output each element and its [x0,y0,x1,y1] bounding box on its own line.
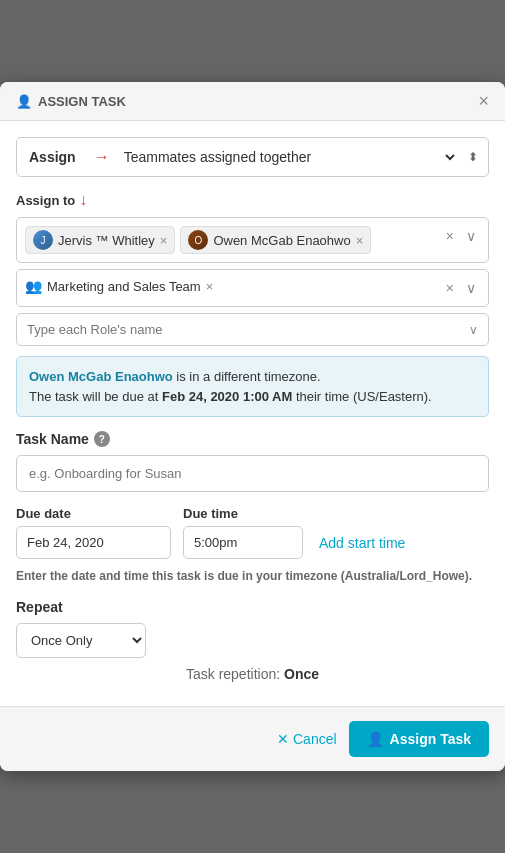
assign-arrow-icon: → [88,148,116,166]
repeat-section: Repeat Once Only Daily Weekly Monthly Ye… [16,599,489,682]
person-icon: 👤 [16,94,32,109]
assign-select[interactable]: Teammates assigned together [116,138,458,176]
remove-owen-button[interactable]: × [356,234,364,247]
assign-task-modal: 👤 ASSIGN TASK × Assign → Teammates assig… [0,82,505,771]
assign-task-button[interactable]: 👤 Assign Task [349,721,489,757]
timezone-notice: Owen McGab Enaohwo is in a different tim… [16,356,489,417]
tz-name: Owen McGab Enaohwo [29,369,173,384]
team-name: Marketing and Sales Team [47,279,201,294]
clear-assignees-button[interactable]: × [442,226,458,246]
assignee-tag-jervis: J Jervis ™ Whitley × [25,226,175,254]
expand-assignees-button[interactable]: ∨ [462,226,480,246]
due-time-input[interactable] [183,526,303,559]
expand-team-button[interactable]: ∨ [462,278,480,298]
modal-body: Assign → Teammates assigned together ⬍ A… [0,121,505,706]
team-tag: 👥 Marketing and Sales Team × [25,278,213,294]
tz-hint-timezone: (Australia/Lord_Howe). [341,569,472,583]
date-time-row: Due date Due time Add start time [16,506,489,559]
tz-due-time: Feb 24, 2020 1:00 AM [162,389,292,404]
team-icon: 👥 [25,278,42,294]
remove-team-button[interactable]: × [206,280,214,293]
modal-title: 👤 ASSIGN TASK [16,94,126,109]
assignee-name-jervis: Jervis ™ Whitley [58,233,155,248]
repeat-label: Repeat [16,599,489,615]
help-icon: ? [94,431,110,447]
task-name-section: Task Name ? [16,431,489,492]
remove-jervis-button[interactable]: × [160,234,168,247]
team-box: 👥 Marketing and Sales Team × × ∨ [16,269,489,307]
clear-team-button[interactable]: × [442,278,458,298]
repetition-value: Once [284,666,319,682]
due-time-label: Due time [183,506,303,521]
assign-row[interactable]: Assign → Teammates assigned together ⬍ [16,137,489,177]
role-input[interactable] [27,322,469,337]
assignee-name-owen: Owen McGab Enaohwo [213,233,350,248]
tz-msg2: The task will be due at [29,389,162,404]
modal-footer: ✕ Cancel 👤 Assign Task [0,706,505,771]
modal-header: 👤 ASSIGN TASK × [0,82,505,121]
assignees-list: J Jervis ™ Whitley × O Owen McGab Enaohw… [25,226,436,254]
due-date-label: Due date [16,506,171,521]
team-box-actions: × ∨ [442,278,480,298]
tz-msg3: their time (US/Eastern). [292,389,431,404]
avatar-jervis: J [33,230,53,250]
due-date-input[interactable] [16,526,171,559]
red-arrow-down-icon: ↓ [79,191,87,209]
due-date-group: Due date [16,506,171,559]
assign-label: Assign [17,139,88,175]
assignees-box: J Jervis ™ Whitley × O Owen McGab Enaohw… [16,217,489,263]
assignee-tag-owen: O Owen McGab Enaohwo × [180,226,371,254]
assign-person-icon: 👤 [367,731,384,747]
add-start-time-button[interactable]: Add start time [315,527,409,559]
tz-hint: Enter the date and time this task is due… [16,567,489,585]
avatar-owen: O [188,230,208,250]
assign-to-label: Assign to ↓ [16,191,489,209]
assignee-box-actions: × ∨ [442,226,480,246]
role-input-box: ∨ [16,313,489,346]
close-button[interactable]: × [478,92,489,110]
tz-msg1: is in a different timezone. [173,369,321,384]
due-time-group: Due time [183,506,303,559]
role-chevron-icon: ∨ [469,323,478,337]
chevron-down-icon: ⬍ [458,140,488,174]
repetition-text: Task repetition: Once [16,666,489,682]
task-name-input[interactable] [16,455,489,492]
task-name-label: Task Name ? [16,431,489,447]
repeat-select[interactable]: Once Only Daily Weekly Monthly Yearly [16,623,146,658]
cancel-button[interactable]: ✕ Cancel [277,731,336,747]
team-list: 👥 Marketing and Sales Team × [25,278,436,294]
